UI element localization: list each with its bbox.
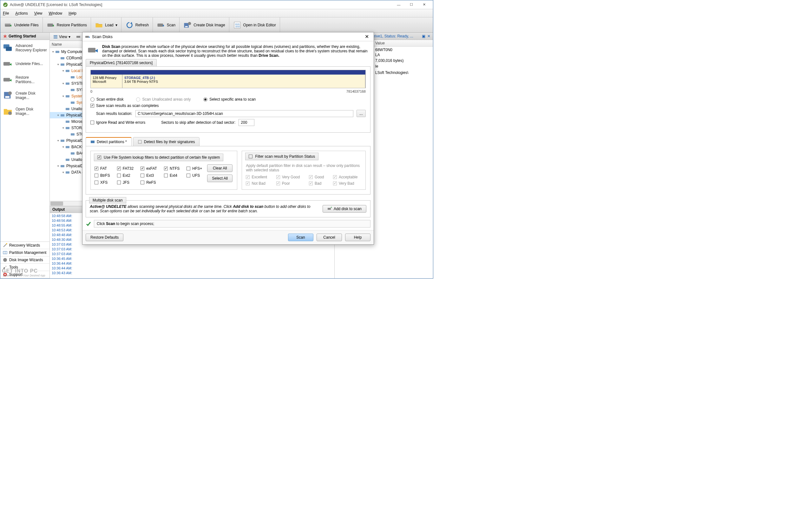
status-bad: Bad — [309, 181, 328, 186]
undelete-files-button[interactable]: Undelete Files — [0, 17, 43, 32]
nav-create-disk-image[interactable]: Create Disk Image... — [0, 88, 50, 104]
panel-close-icon[interactable]: ✕ — [427, 34, 430, 38]
svg-rect-35 — [71, 89, 75, 91]
menu-file[interactable]: FFileile — [3, 11, 9, 16]
svg-rect-29 — [56, 51, 59, 53]
nav-partition-mgmt[interactable]: Partition Management — [0, 249, 50, 256]
help-button[interactable]: Help — [345, 234, 371, 241]
minimize-button[interactable]: — — [392, 1, 405, 8]
fs-refs[interactable]: ReFS — [140, 180, 157, 185]
fs-hfs+[interactable]: HFS+ — [187, 166, 202, 171]
radio-scan-specific[interactable]: Select specific area to scan — [203, 97, 256, 102]
fs-ext3[interactable]: Ext3 — [140, 173, 157, 178]
open-disk-editor-button[interactable]: 01011010 Open in Disk Editor — [229, 17, 280, 32]
svg-rect-45 — [71, 152, 75, 155]
list-icon — [53, 35, 58, 39]
restore-defaults-button[interactable]: Restore Defaults — [86, 234, 124, 241]
window-title: Active@ UNDELETE [Licensed to: LSoft Tec… — [10, 2, 392, 7]
scan-confirm-button[interactable]: Scan — [288, 234, 314, 241]
status-not-bad: Not Bad — [246, 181, 271, 186]
browse-button[interactable]: ... — [357, 110, 366, 117]
scan-location-input[interactable] — [135, 110, 353, 117]
svg-rect-33 — [71, 76, 75, 78]
menu-view[interactable]: View — [34, 11, 42, 16]
nav-advanced-recovery[interactable]: Advanced Recovery Explorer — [0, 40, 50, 56]
disk-icon — [3, 258, 7, 262]
cancel-button[interactable]: Cancel — [317, 234, 342, 241]
create-disk-image-button[interactable]: Create Disk Image — [180, 17, 229, 32]
svg-text:+: + — [331, 206, 332, 209]
skip-sectors-input[interactable] — [239, 119, 254, 126]
view-dropdown[interactable]: View▾ — [51, 34, 73, 40]
dialog-description: Disk Scan processes the whole surface of… — [102, 44, 369, 58]
svg-rect-14 — [3, 78, 10, 81]
lifebuoy-icon — [3, 272, 7, 277]
fs-ufs[interactable]: UFS — [187, 173, 202, 178]
dialog-close-button[interactable]: ✕ — [362, 34, 371, 40]
menu-window[interactable]: Window — [49, 11, 62, 16]
disk-tab[interactable]: PhysicalDrive1 [7814037168 sectors] — [86, 59, 157, 66]
svg-rect-13 — [3, 62, 10, 65]
fs-filter-group[interactable]: Use File System lookup filters to detect… — [94, 154, 223, 161]
nav-support[interactable]: Support — [0, 271, 50, 278]
menu-actions[interactable]: Actions — [15, 11, 27, 16]
radio-scan-unallocated[interactable]: Scan Unallocated areas only — [136, 97, 191, 102]
fs-fat32[interactable]: FAT32 — [117, 166, 134, 171]
nav-open-disk-image[interactable]: Open Disk Image... — [0, 104, 50, 119]
disk-map[interactable]: 128 MB Primary Microsoft STORAGE_4TB (J:… — [90, 70, 366, 88]
status-excellent: Excellent — [246, 175, 271, 179]
maximize-button[interactable]: ☐ — [405, 1, 418, 8]
load-button[interactable]: Load▾ — [91, 17, 121, 32]
nav-disk-image-wizards[interactable]: Disk Image Wizards — [0, 256, 50, 264]
menubar: FFileile Actions View Window Help — [0, 9, 433, 17]
status-hint: Apply default partition filter in disk s… — [246, 163, 362, 172]
radio-scan-entire[interactable]: Scan entire disk — [90, 97, 124, 102]
add-disk-button[interactable]: + Add disk to scan — [323, 205, 366, 213]
nav-undelete-files[interactable]: Undelete Files... — [0, 56, 50, 72]
scan-button[interactable]: Scan — [153, 17, 180, 32]
close-button[interactable]: ✕ — [418, 1, 430, 8]
drive-icon — [3, 59, 12, 69]
star-icon — [3, 34, 7, 38]
status-very-bad: Very Bad — [333, 181, 362, 186]
chk-ignore-errors[interactable]: Ignore Read and Write errors — [90, 120, 145, 125]
subtool-extra[interactable] — [74, 34, 83, 40]
svg-rect-51 — [91, 141, 95, 143]
restore-partitions-button[interactable]: Restore Partitions — [43, 17, 91, 32]
fs-fat[interactable]: FAT — [95, 166, 110, 171]
panel-pin-icon[interactable]: ▣ — [422, 34, 426, 38]
svg-rect-46 — [65, 159, 70, 161]
svg-rect-41 — [65, 127, 70, 129]
fs-jfs[interactable]: JFS — [117, 180, 134, 185]
fs-xfs[interactable]: XFS — [95, 180, 110, 185]
svg-rect-43 — [61, 140, 64, 142]
fs-exfat[interactable]: exFAT — [140, 166, 157, 171]
select-all-button[interactable]: Select All — [207, 175, 232, 182]
fs-ext4[interactable]: Ext4 — [164, 173, 180, 178]
chk-save-results[interactable]: Save scan results as scan completes — [90, 104, 366, 108]
svg-rect-37 — [71, 102, 75, 104]
nav-header-getting-started[interactable]: Getting Started — [0, 33, 50, 40]
svg-rect-47 — [61, 165, 64, 167]
hex-editor-icon: 01011010 — [233, 21, 241, 29]
svg-rect-16 — [5, 96, 10, 98]
drive-undelete-icon — [4, 21, 12, 29]
svg-rect-42 — [71, 133, 75, 136]
tab-detect-signatures[interactable]: Detect files by their signatures — [133, 137, 200, 146]
tab-detect-partitions[interactable]: Detect partitions * — [86, 137, 132, 146]
nav-restore-partitions[interactable]: Restore Partitions... — [0, 72, 50, 88]
menu-help[interactable]: Help — [69, 11, 76, 16]
fs-ntfs[interactable]: NTFS — [164, 166, 180, 171]
fs-btrfs[interactable]: BtrFS — [95, 173, 110, 178]
refresh-button[interactable]: Refresh — [121, 17, 153, 32]
status-filter-group[interactable]: Filter scan result by Partition Status — [245, 152, 319, 160]
clear-all-button[interactable]: Clear All — [207, 164, 232, 172]
wand-icon — [3, 243, 7, 248]
nav-recovery-wizards[interactable]: Recovery Wizards — [0, 242, 50, 249]
check-icon — [86, 221, 91, 227]
nav-tools[interactable]: Tools — [0, 264, 50, 271]
fs-ext2[interactable]: Ext2 — [117, 173, 134, 178]
prop-col-value[interactable]: Value — [373, 40, 387, 46]
multiscan-group: Multiple disk scan Active@ UNDELETE allo… — [86, 200, 371, 217]
svg-rect-25 — [54, 35, 57, 36]
